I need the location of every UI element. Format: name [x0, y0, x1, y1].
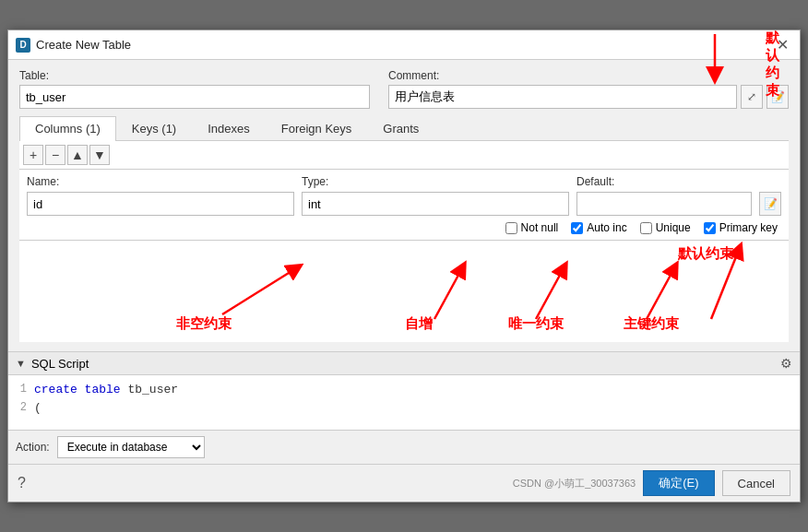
close-button[interactable]: ✕ — [773, 36, 792, 53]
field-labels: Name: Type: Default: — [27, 175, 781, 188]
sql-table-name: tb_user — [127, 383, 178, 396]
auto-inc-checkbox[interactable] — [571, 222, 583, 234]
tabs: Columns (1) Keys (1) Indexes Foreign Key… — [19, 116, 789, 141]
comment-input[interactable] — [388, 85, 737, 109]
primary-key-checkbox-item[interactable]: Primary key — [704, 221, 778, 234]
dialog: D Create New Table ✕ Table: Comment: ⤢ 📝 — [7, 30, 801, 502]
svg-line-4 — [647, 268, 674, 319]
app-icon: D — [16, 38, 30, 53]
column-name-input[interactable] — [27, 192, 294, 216]
sql-keyword-create: create table — [34, 383, 121, 396]
comment-row: ⤢ 📝 默认约束 — [388, 85, 789, 109]
move-up-button[interactable]: ▲ — [67, 145, 88, 165]
dialog-body: Table: Comment: ⤢ 📝 默认约束 — [8, 60, 800, 351]
comment-expand-button[interactable]: ⤢ — [741, 85, 763, 109]
tab-grants[interactable]: Grants — [367, 116, 434, 140]
sql-header-left: ▼ SQL Script — [16, 357, 89, 371]
fei-kong-label: 非空约束 — [176, 315, 232, 333]
ok-button[interactable]: 确定(E) — [643, 470, 714, 496]
sql-content: 1 create table tb_user 2 ( — [8, 375, 800, 431]
default-note-button[interactable]: 📝 — [759, 192, 781, 216]
mo-ren-label: 默认约束 — [678, 245, 733, 263]
sql-header-title: SQL Script — [31, 357, 89, 371]
column-default-input[interactable] — [576, 192, 752, 216]
field-inputs: 📝 — [27, 192, 781, 216]
not-null-checkbox-item[interactable]: Not null — [505, 221, 559, 234]
top-form-row: Table: Comment: ⤢ 📝 默认约束 — [19, 69, 789, 109]
tab-foreign-keys[interactable]: Foreign Keys — [266, 116, 368, 140]
unique-label: Unique — [656, 221, 691, 234]
line-num-1: 1 — [16, 381, 27, 399]
not-null-checkbox[interactable] — [505, 222, 517, 234]
remove-column-button[interactable]: − — [45, 145, 65, 165]
not-null-label: Not null — [521, 221, 559, 234]
move-down-button[interactable]: ▼ — [89, 145, 110, 165]
zi-zeng-label: 自增 — [405, 315, 433, 333]
name-label: Name: — [27, 175, 294, 188]
field-section: Name: Type: Default: 📝 Not null Auto inc — [19, 170, 789, 241]
add-column-button[interactable]: + — [23, 145, 43, 165]
svg-line-1 — [222, 268, 296, 314]
window-title: Create New Table — [36, 38, 131, 52]
svg-line-2 — [434, 268, 462, 319]
wei-yi-label: 唯一约束 — [508, 315, 564, 333]
sql-open-paren: ( — [34, 399, 42, 418]
footer: ? CSDN @小萌工_30037363 确定(E) Cancel — [8, 465, 800, 502]
auto-inc-checkbox-item[interactable]: Auto inc — [571, 221, 626, 234]
sql-collapse-button[interactable]: ▼ — [16, 358, 26, 369]
comment-label: Comment: — [388, 69, 789, 82]
checkboxes-row: Not null Auto inc Unique Primary key — [27, 221, 781, 234]
action-row: Action: Execute in database Show SQL onl… — [8, 431, 800, 465]
unique-checkbox-item[interactable]: Unique — [640, 221, 691, 234]
unique-checkbox[interactable] — [640, 222, 652, 234]
type-label: Type: — [302, 175, 569, 188]
sql-header: ▼ SQL Script ⚙ — [8, 352, 800, 375]
svg-line-3 — [536, 268, 564, 319]
comment-group: Comment: ⤢ 📝 默认约束 — [388, 69, 789, 109]
title-bar: D Create New Table ✕ — [8, 30, 800, 60]
auto-inc-label: Auto inc — [587, 221, 626, 234]
column-type-input[interactable] — [302, 192, 569, 216]
line-num-2: 2 — [16, 399, 27, 418]
sql-line-2: 2 ( — [16, 399, 792, 418]
table-name-group: Table: — [19, 69, 370, 109]
table-label: Table: — [19, 69, 370, 82]
action-select[interactable]: Execute in database Show SQL only — [57, 436, 205, 458]
footer-buttons: CSDN @小萌工_30037363 确定(E) Cancel — [513, 470, 790, 496]
help-icon[interactable]: ? — [18, 475, 26, 491]
watermark: CSDN @小萌工_30037363 — [513, 477, 636, 491]
primary-key-label: Primary key — [719, 221, 778, 234]
tab-indexes[interactable]: Indexes — [192, 116, 266, 140]
tab-columns[interactable]: Columns (1) — [19, 116, 116, 141]
sql-line-1: 1 create table tb_user — [16, 381, 792, 399]
sql-settings-button[interactable]: ⚙ — [780, 356, 792, 371]
cancel-button[interactable]: Cancel — [722, 470, 790, 496]
comment-note-button[interactable]: 📝 — [766, 85, 789, 109]
table-name-input[interactable] — [19, 85, 370, 109]
columns-toolbar: + − ▲ ▼ — [19, 141, 789, 170]
title-bar-left: D Create New Table — [16, 38, 131, 53]
annotation-area: 非空约束 自增 唯一约束 主键约束 默认约束 — [19, 241, 789, 342]
primary-key-checkbox[interactable] — [704, 222, 716, 234]
default-label: Default: — [576, 175, 781, 188]
zhu-jian-label: 主键约束 — [624, 315, 679, 333]
action-label: Action: — [16, 441, 50, 454]
sql-section: ▼ SQL Script ⚙ 1 create table tb_user 2 … — [8, 351, 800, 465]
tab-keys[interactable]: Keys (1) — [116, 116, 192, 140]
